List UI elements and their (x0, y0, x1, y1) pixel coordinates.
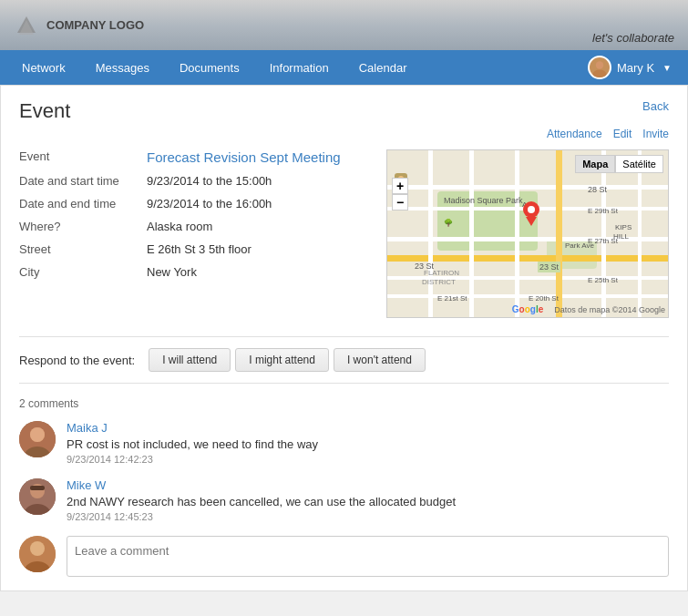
label-city: City (19, 265, 147, 279)
action-links: Attendance Edit Invite (19, 128, 669, 140)
event-body: Event Forecast Revision Sept Meeting Dat… (19, 149, 669, 318)
main-content: Event Back Attendance Edit Invite Event … (0, 85, 688, 591)
map-toggle: Mapa Satélite (575, 155, 663, 173)
svg-point-2 (596, 61, 603, 68)
comment-1-avatar (19, 421, 56, 457)
comment-1-text: PR cost is not included, we need to find… (67, 437, 669, 451)
value-event: Forecast Revision Sept Meeting (147, 149, 341, 165)
user-menu[interactable]: Mary K ▼ (580, 52, 679, 83)
value-end: 9/23/2014 to the 16:00h (147, 197, 272, 210)
map-pin (522, 200, 540, 226)
comment-1-time: 9/23/2014 12:42:23 (67, 454, 669, 465)
header-banner: COMPANY LOGO let's collaborate (0, 0, 688, 50)
detail-row-street: Street E 26th St 3 5th floor (19, 242, 368, 256)
nav-item-messages[interactable]: Messages (83, 56, 162, 80)
navbar: Network Messages Documents Information C… (0, 50, 688, 85)
comment-2-text: 2nd NAWY research has been cancelled, we… (67, 495, 669, 508)
value-start: 9/23/2014 to the 15:00h (147, 174, 272, 188)
google-logo: Google (512, 304, 543, 314)
page-title: Event (19, 99, 70, 123)
event-details: Event Forecast Revision Sept Meeting Dat… (19, 149, 368, 318)
tagline: let's collaborate (592, 31, 674, 45)
comment-2-avatar (19, 478, 56, 515)
might-attend-button[interactable]: I might attend (235, 348, 329, 372)
map-zoom-controls: + − (392, 178, 408, 210)
svg-point-13 (30, 427, 45, 442)
logo-text: COMPANY LOGO (46, 18, 144, 32)
user-name: Mary K (617, 61, 654, 75)
svg-point-6 (528, 206, 535, 213)
user-avatar (588, 56, 611, 79)
nav-item-calendar[interactable]: Calendar (346, 56, 420, 80)
detail-row-city: City New York (19, 265, 368, 279)
comment-2-time: 9/23/2014 12:45:23 (67, 511, 669, 522)
detail-row-where: Where? Alaska room (19, 220, 368, 233)
detail-row-end: Date and end time 9/23/2014 to the 16:00… (19, 197, 368, 210)
comment-2: Mike W 2nd NAWY research has been cancel… (19, 478, 669, 522)
svg-rect-17 (30, 486, 45, 490)
wont-attend-button[interactable]: I won't attend (334, 348, 426, 372)
comment-1: Maika J PR cost is not included, we need… (19, 421, 669, 465)
will-attend-button[interactable]: I will attend (149, 348, 231, 372)
logo-icon (14, 13, 39, 38)
nav-items: Network Messages Documents Information C… (9, 56, 580, 80)
label-start: Date and start time (19, 174, 147, 188)
back-link[interactable]: Back (642, 99, 669, 113)
comment-input-row (19, 536, 669, 577)
invite-link[interactable]: Invite (642, 128, 669, 140)
comment-input[interactable] (67, 536, 669, 577)
zoom-in-button[interactable]: + (392, 178, 408, 194)
label-where: Where? (19, 220, 147, 233)
page-header: Event Back (19, 99, 669, 123)
label-end: Date and end time (19, 197, 147, 210)
comments-count: 2 comments (19, 397, 669, 410)
edit-link[interactable]: Edit (613, 128, 632, 140)
attend-buttons: I will attend I might attend I won't att… (149, 348, 426, 372)
nav-item-network[interactable]: Network (9, 56, 78, 80)
zoom-out-button[interactable]: − (392, 194, 408, 210)
current-user-avatar (19, 536, 56, 572)
attend-label: Respond to the event: (19, 354, 135, 367)
svg-marker-5 (526, 217, 537, 226)
attend-section: Respond to the event: I will attend I mi… (19, 336, 669, 384)
user-dropdown-arrow: ▼ (662, 63, 672, 73)
label-event: Event (19, 149, 147, 163)
comment-1-content: Maika J PR cost is not included, we need… (67, 421, 669, 465)
value-street: E 26th St 3 5th floor (147, 242, 252, 256)
comment-2-content: Mike W 2nd NAWY research has been cancel… (67, 478, 669, 522)
map-view-button[interactable]: Mapa (575, 155, 615, 173)
value-where: Alaska room (147, 220, 212, 233)
comment-1-author[interactable]: Maika J (67, 421, 669, 435)
attendance-link[interactable]: Attendance (547, 128, 602, 140)
value-city: New York (147, 265, 197, 279)
detail-row-event: Event Forecast Revision Sept Meeting (19, 149, 368, 165)
comment-2-author[interactable]: Mike W (67, 478, 669, 492)
map-visual: Madison Square Park 🌳 23 St 23 St 28 St … (387, 150, 668, 317)
label-street: Street (19, 242, 147, 256)
satellite-view-button[interactable]: Satélite (615, 155, 663, 173)
nav-item-documents[interactable]: Documents (167, 56, 252, 80)
nav-item-information[interactable]: Information (257, 56, 342, 80)
company-logo: COMPANY LOGO (14, 13, 144, 38)
map-attribution: Datos de mapa ©2014 Google (554, 305, 665, 314)
detail-row-start: Date and start time 9/23/2014 to the 15:… (19, 174, 368, 188)
map-container[interactable]: Madison Square Park 🌳 23 St 23 St 28 St … (386, 149, 669, 318)
svg-point-19 (30, 541, 45, 556)
svg-point-3 (592, 70, 606, 79)
